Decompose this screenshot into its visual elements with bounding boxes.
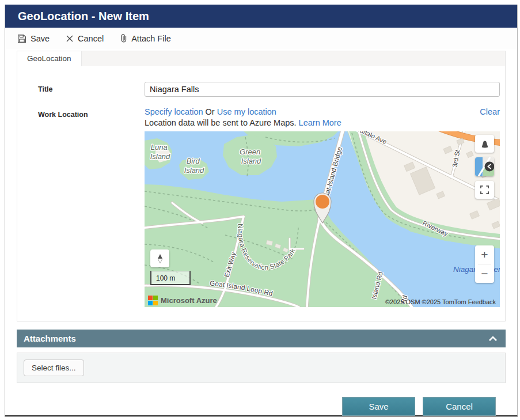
azure-logo-text: Microsoft Azure	[161, 296, 217, 305]
map-traffic-button[interactable]	[475, 135, 494, 153]
learn-more-link[interactable]: Learn More	[299, 118, 341, 127]
save-icon	[17, 34, 26, 43]
privacy-note-text: Location data will be sent to Azure Maps…	[145, 118, 297, 127]
close-icon	[66, 35, 74, 43]
title-input[interactable]	[145, 82, 500, 97]
tab-strip: GeoLocation	[17, 51, 505, 66]
map-fullscreen-button[interactable]	[475, 181, 494, 199]
map-scale-label: 100 m	[156, 274, 175, 282]
map-style-picker-button[interactable]	[475, 157, 494, 176]
tab-geolocation[interactable]: GeoLocation	[17, 51, 82, 66]
attach-file-button[interactable]: Attach File	[120, 33, 171, 43]
fullscreen-icon	[480, 185, 489, 195]
attachments-area: Select files...	[17, 353, 506, 383]
use-my-location-link[interactable]: Use my location	[217, 107, 276, 116]
save-button[interactable]: Save	[17, 34, 50, 43]
zoom-out-button[interactable]: −	[475, 264, 494, 283]
map-zoom-control: + −	[475, 245, 494, 283]
attachments-title: Attachments	[24, 334, 76, 343]
azure-maps-logo: Microsoft Azure	[148, 296, 217, 305]
dialog-window: GeoLocation - New Item Save Cancel Attac…	[5, 5, 518, 417]
page-title: GeoLocation - New Item	[5, 5, 517, 28]
work-location-label: Work Location	[38, 107, 145, 307]
paperclip-icon	[120, 33, 127, 43]
map-scale-bar: 100 m	[150, 271, 191, 285]
title-field-label: Title	[38, 82, 145, 97]
map-canvas[interactable]: Luna Island Bird Island Green Island	[145, 131, 500, 307]
map-style-thumbnail-icon	[475, 157, 494, 176]
microsoft-logo-icon	[148, 296, 158, 305]
specify-location-link[interactable]: Specify location	[145, 107, 203, 116]
footer-cancel-button[interactable]: Cancel	[423, 397, 496, 416]
ribbon-toolbar: Save Cancel Attach File	[5, 28, 517, 49]
compass-icon	[155, 253, 165, 264]
privacy-note: Location data will be sent to Azure Maps…	[145, 118, 500, 127]
zoom-in-button[interactable]: +	[475, 245, 494, 264]
bird-island-label: Bird Island	[184, 157, 204, 175]
footer-save-button[interactable]: Save	[342, 397, 415, 416]
luna-island-label: Luna Island	[150, 143, 170, 161]
traffic-icon	[480, 139, 490, 149]
attribution-text: ©2025 OSM ©2025 TomTom	[385, 298, 466, 305]
attachments-section-header[interactable]: Attachments	[17, 330, 506, 347]
map-attribution: ©2025 OSM ©2025 TomTom Feedback	[385, 298, 496, 305]
or-text: Or	[206, 107, 215, 116]
attach-file-label: Attach File	[131, 34, 171, 43]
save-label: Save	[31, 34, 50, 43]
location-links: Specify location Or Use my location	[145, 107, 276, 116]
dialog-footer: Save Cancel	[17, 397, 506, 416]
green-island-label: Green Island	[240, 147, 263, 165]
cancel-label: Cancel	[78, 34, 104, 43]
form-panel: GeoLocation Title Work Location Specify …	[17, 51, 506, 321]
cancel-button[interactable]: Cancel	[66, 34, 104, 43]
clear-location-link[interactable]: Clear	[480, 107, 500, 116]
chevron-up-icon	[488, 335, 498, 342]
map-compass-button[interactable]	[150, 249, 169, 267]
select-files-button[interactable]: Select files...	[24, 360, 84, 376]
feedback-link[interactable]: Feedback	[468, 298, 496, 305]
map-basemap: Luna Island Bird Island Green Island	[145, 131, 500, 307]
